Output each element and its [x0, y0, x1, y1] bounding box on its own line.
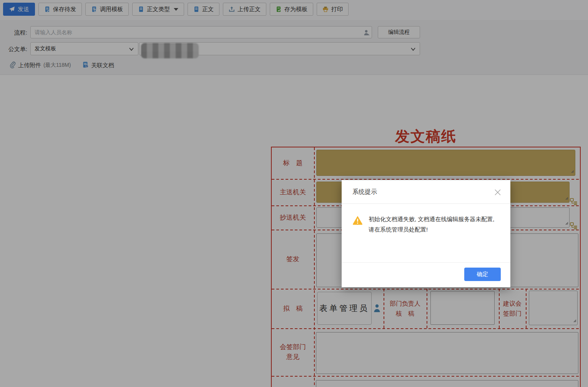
system-dialog: 系统提示 初始化文档通失败, 文档通在线编辑服务器未配置, 请在系统管理员处配置…: [342, 180, 510, 287]
dialog-header: 系统提示: [342, 180, 510, 204]
dialog-title: 系统提示: [352, 188, 377, 196]
dialog-message: 初始化文档通失败, 文档通在线编辑服务器未配置, 请在系统管理员处配置!: [369, 214, 495, 235]
page: 发送 保存待发 调用模板 正文类型 正文 上传正文 存为模板 打: [0, 0, 588, 387]
footer-divider: [342, 262, 510, 263]
warning-icon: [352, 215, 363, 227]
close-icon[interactable]: [494, 189, 501, 196]
ok-button[interactable]: 确定: [464, 268, 501, 281]
